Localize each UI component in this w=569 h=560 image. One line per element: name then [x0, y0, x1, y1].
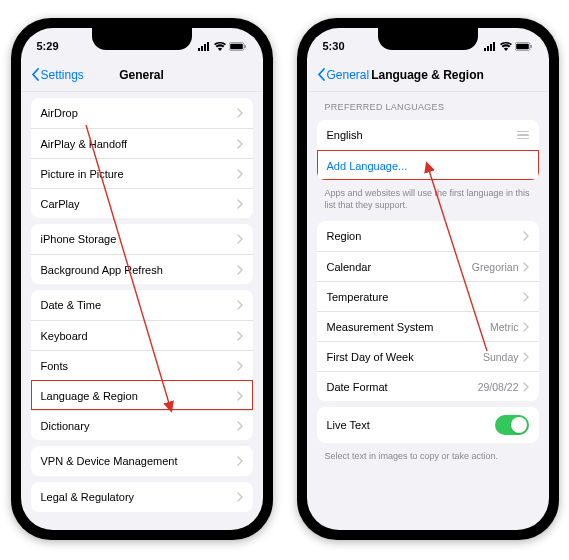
group-region-settings: Region CalendarGregorian Temperature Mea…	[317, 221, 539, 401]
row-keyboard[interactable]: Keyboard	[31, 320, 253, 350]
svg-rect-3	[207, 42, 209, 51]
row-label: Live Text	[327, 419, 370, 431]
status-time: 5:30	[323, 40, 345, 52]
row-measurement[interactable]: Measurement SystemMetric	[317, 311, 539, 341]
row-label: Date Format	[327, 381, 388, 393]
svg-rect-11	[493, 42, 495, 51]
row-label: Calendar	[327, 261, 372, 273]
status-time: 5:29	[37, 40, 59, 52]
svg-rect-9	[487, 46, 489, 51]
row-label: Picture in Picture	[41, 168, 124, 180]
chevron-right-icon	[237, 199, 243, 209]
nav-header: General Language & Region	[307, 58, 549, 92]
svg-rect-14	[530, 45, 531, 48]
row-label: iPhone Storage	[41, 233, 117, 245]
row-storage[interactable]: iPhone Storage	[31, 224, 253, 254]
cellular-icon	[484, 42, 497, 51]
svg-rect-10	[490, 44, 492, 51]
row-bg-refresh[interactable]: Background App Refresh	[31, 254, 253, 284]
row-label: Fonts	[41, 360, 69, 372]
chevron-right-icon	[237, 108, 243, 118]
phone-right: 5:30 General Language & Region Preferred…	[297, 18, 559, 540]
live-text-toggle[interactable]	[495, 415, 529, 435]
chevron-right-icon	[237, 234, 243, 244]
row-label: Language & Region	[41, 390, 138, 402]
row-airdrop[interactable]: AirDrop	[31, 98, 253, 128]
row-carplay[interactable]: CarPlay	[31, 188, 253, 218]
battery-icon	[515, 42, 533, 51]
content-area: AirDrop AirPlay & Handoff Picture in Pic…	[21, 92, 263, 530]
row-label: Dictionary	[41, 420, 90, 432]
row-label: English	[327, 129, 363, 141]
row-label: Add Language...	[327, 160, 408, 172]
row-legal[interactable]: Legal & Regulatory	[31, 482, 253, 512]
row-label: AirPlay & Handoff	[41, 138, 128, 150]
row-dictionary[interactable]: Dictionary	[31, 410, 253, 440]
chevron-right-icon	[237, 139, 243, 149]
chevron-right-icon	[523, 292, 529, 302]
row-pip[interactable]: Picture in Picture	[31, 158, 253, 188]
footer-live-text: Select text in images to copy or take ac…	[307, 449, 549, 467]
group-input: Date & Time Keyboard Fonts Language & Re…	[31, 290, 253, 440]
row-region[interactable]: Region	[317, 221, 539, 251]
back-label: General	[327, 68, 370, 82]
row-calendar[interactable]: CalendarGregorian	[317, 251, 539, 281]
row-vpn[interactable]: VPN & Device Management	[31, 446, 253, 476]
battery-icon	[229, 42, 247, 51]
row-fonts[interactable]: Fonts	[31, 350, 253, 380]
row-label: VPN & Device Management	[41, 455, 178, 467]
back-button[interactable]: Settings	[31, 68, 84, 82]
row-value: Sunday	[483, 351, 519, 363]
notch	[92, 28, 192, 50]
back-button[interactable]: General	[317, 68, 370, 82]
group-storage: iPhone Storage Background App Refresh	[31, 224, 253, 284]
group-preferred-languages: English Add Language...	[317, 120, 539, 180]
row-add-language[interactable]: Add Language...	[317, 150, 539, 180]
status-icons	[198, 42, 247, 51]
wifi-icon	[214, 42, 226, 51]
row-label: AirDrop	[41, 107, 78, 119]
nav-header: Settings General	[21, 58, 263, 92]
svg-rect-13	[516, 43, 529, 49]
group-legal: Legal & Regulatory	[31, 482, 253, 512]
group-connectivity: AirDrop AirPlay & Handoff Picture in Pic…	[31, 98, 253, 218]
chevron-right-icon	[523, 262, 529, 272]
footer-preferred: Apps and websites will use the first lan…	[307, 186, 549, 215]
row-label: Legal & Regulatory	[41, 491, 135, 503]
chevron-right-icon	[237, 265, 243, 275]
chevron-right-icon	[237, 492, 243, 502]
chevron-right-icon	[237, 300, 243, 310]
group-live-text: Live Text	[317, 407, 539, 443]
svg-rect-2	[204, 44, 206, 51]
chevron-right-icon	[523, 382, 529, 392]
row-first-day[interactable]: First Day of WeekSunday	[317, 341, 539, 371]
svg-rect-0	[198, 48, 200, 51]
chevron-right-icon	[237, 391, 243, 401]
row-airplay[interactable]: AirPlay & Handoff	[31, 128, 253, 158]
row-language-region[interactable]: Language & Region	[31, 380, 253, 410]
chevron-right-icon	[237, 456, 243, 466]
row-temperature[interactable]: Temperature	[317, 281, 539, 311]
row-label: Keyboard	[41, 330, 88, 342]
row-value: 29/08/22	[478, 381, 519, 393]
chevron-right-icon	[237, 421, 243, 431]
svg-rect-8	[484, 48, 486, 51]
row-label: CarPlay	[41, 198, 80, 210]
row-label: Measurement System	[327, 321, 434, 333]
status-icons	[484, 42, 533, 51]
row-date-format[interactable]: Date Format29/08/22	[317, 371, 539, 401]
wifi-icon	[500, 42, 512, 51]
drag-handle-icon[interactable]	[517, 131, 529, 140]
group-vpn: VPN & Device Management	[31, 446, 253, 476]
row-english[interactable]: English	[317, 120, 539, 150]
cellular-icon	[198, 42, 211, 51]
row-label: Background App Refresh	[41, 264, 163, 276]
row-datetime[interactable]: Date & Time	[31, 290, 253, 320]
phone-left: 5:29 Settings General AirDrop AirPlay & …	[11, 18, 273, 540]
section-header-preferred: Preferred Languages	[307, 92, 549, 116]
back-label: Settings	[41, 68, 84, 82]
chevron-right-icon	[237, 331, 243, 341]
row-label: Temperature	[327, 291, 389, 303]
chevron-right-icon	[237, 361, 243, 371]
chevron-right-icon	[237, 169, 243, 179]
